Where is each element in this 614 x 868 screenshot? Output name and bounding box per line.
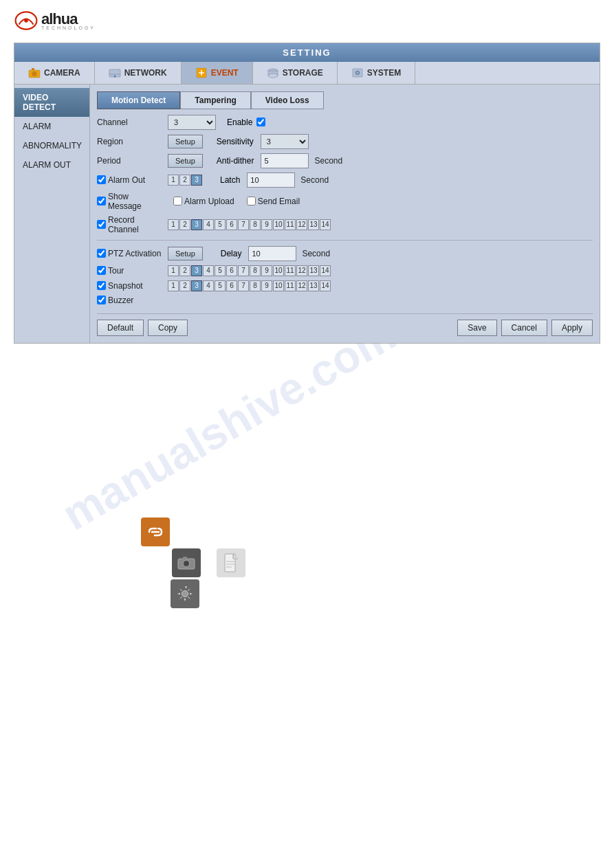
apply-button[interactable]: Apply bbox=[551, 320, 593, 336]
rc-num-9[interactable]: 9 bbox=[261, 219, 272, 230]
rc-num-2[interactable]: 2 bbox=[179, 219, 190, 230]
rc-num-4[interactable]: 4 bbox=[203, 219, 214, 230]
snap-num-7[interactable]: 7 bbox=[238, 280, 249, 291]
svg-point-1 bbox=[24, 19, 28, 23]
tour-num-12[interactable]: 12 bbox=[296, 265, 307, 276]
period-setup-button[interactable]: Setup bbox=[168, 154, 203, 168]
send-email-label[interactable]: Send Email bbox=[247, 197, 300, 206]
default-button[interactable]: Default bbox=[97, 320, 144, 336]
rc-num-1[interactable]: 1 bbox=[168, 219, 179, 230]
show-message-checkbox[interactable] bbox=[97, 197, 106, 205]
alarm-out-checkbox[interactable] bbox=[97, 175, 106, 184]
anti-dither-input[interactable] bbox=[261, 153, 309, 168]
snap-num-4[interactable]: 4 bbox=[203, 280, 214, 291]
tour-num-4[interactable]: 4 bbox=[203, 265, 214, 276]
tour-num-8[interactable]: 8 bbox=[250, 265, 261, 276]
snap-num-12[interactable]: 12 bbox=[296, 280, 307, 291]
cancel-button[interactable]: Cancel bbox=[501, 320, 547, 336]
rc-num-5[interactable]: 5 bbox=[215, 219, 226, 230]
rc-num-14[interactable]: 14 bbox=[320, 219, 331, 230]
snapshot-checkbox[interactable] bbox=[97, 281, 106, 290]
svg-point-13 bbox=[268, 74, 278, 78]
rc-num-8[interactable]: 8 bbox=[250, 219, 261, 230]
nav-item-network[interactable]: NETWORK bbox=[95, 62, 182, 84]
alarm-out-num-2[interactable]: 2 bbox=[179, 175, 190, 186]
snap-num-14[interactable]: 14 bbox=[320, 280, 331, 291]
sensitivity-select[interactable]: 3 bbox=[261, 134, 309, 149]
snap-num-11[interactable]: 11 bbox=[285, 280, 296, 291]
rc-num-7[interactable]: 7 bbox=[238, 219, 249, 230]
record-channel-checkbox[interactable] bbox=[97, 220, 106, 229]
latch-input[interactable] bbox=[247, 173, 295, 188]
svg-point-7 bbox=[113, 75, 116, 77]
alarm-out-num-1[interactable]: 1 bbox=[168, 175, 179, 186]
tour-num-1[interactable]: 1 bbox=[168, 265, 179, 276]
rc-num-10[interactable]: 10 bbox=[273, 219, 284, 230]
system-nav-icon bbox=[351, 67, 364, 78]
sidebar-item-video-detect[interactable]: VIDEO DETECT bbox=[14, 88, 89, 117]
period-row: Period Setup Anti-dither Second bbox=[97, 153, 593, 168]
delay-second: Second bbox=[302, 249, 330, 258]
ptz-activation-label[interactable]: PTZ Activation bbox=[97, 249, 162, 258]
tour-num-2[interactable]: 2 bbox=[179, 265, 190, 276]
copy-button[interactable]: Copy bbox=[148, 320, 188, 336]
record-channel-row: Record Channel 1 2 3 4 5 6 7 8 9 10 11 bbox=[97, 215, 593, 234]
tour-num-3[interactable]: 3 bbox=[191, 265, 202, 276]
snap-num-6[interactable]: 6 bbox=[226, 280, 237, 291]
tour-num-14[interactable]: 14 bbox=[320, 265, 331, 276]
nav-item-event[interactable]: EVENT bbox=[182, 62, 253, 84]
snapshot-label[interactable]: Snapshot bbox=[97, 281, 162, 291]
snap-num-1[interactable]: 1 bbox=[168, 280, 179, 291]
alarm-upload-checkbox[interactable] bbox=[173, 197, 182, 205]
gear-icon bbox=[176, 585, 194, 603]
rc-num-11[interactable]: 11 bbox=[285, 219, 296, 230]
svg-rect-21 bbox=[183, 557, 187, 559]
region-setup-button[interactable]: Setup bbox=[168, 135, 203, 148]
nav-item-storage[interactable]: STORAGE bbox=[253, 62, 338, 84]
tab-tampering[interactable]: Tampering bbox=[180, 91, 250, 109]
sidebar-item-alarm[interactable]: ALARM bbox=[14, 117, 89, 136]
snap-num-8[interactable]: 8 bbox=[250, 280, 261, 291]
snap-num-3[interactable]: 3 bbox=[191, 280, 202, 291]
tour-num-13[interactable]: 13 bbox=[308, 265, 319, 276]
snap-num-13[interactable]: 13 bbox=[308, 280, 319, 291]
rc-num-13[interactable]: 13 bbox=[308, 219, 319, 230]
enable-checkbox[interactable] bbox=[256, 118, 265, 126]
snap-num-2[interactable]: 2 bbox=[179, 280, 190, 291]
record-channel-label[interactable]: Record Channel bbox=[97, 215, 162, 234]
buzzer-label[interactable]: Buzzer bbox=[97, 296, 133, 305]
tab-video-loss[interactable]: Video Loss bbox=[251, 91, 324, 109]
buzzer-checkbox[interactable] bbox=[97, 296, 106, 304]
tour-num-7[interactable]: 7 bbox=[238, 265, 249, 276]
tour-num-11[interactable]: 11 bbox=[285, 265, 296, 276]
rc-num-6[interactable]: 6 bbox=[226, 219, 237, 230]
alarm-out-num-3[interactable]: 3 bbox=[191, 175, 202, 186]
tour-num-5[interactable]: 5 bbox=[215, 265, 226, 276]
snap-num-9[interactable]: 9 bbox=[261, 280, 272, 291]
alarm-out-label[interactable]: Alarm Out bbox=[97, 175, 162, 185]
sidebar-item-abnormality[interactable]: ABNORMALITY bbox=[14, 136, 89, 155]
tour-num-10[interactable]: 10 bbox=[273, 265, 284, 276]
snap-num-5[interactable]: 5 bbox=[215, 280, 226, 291]
rc-num-3[interactable]: 3 bbox=[191, 219, 202, 230]
sidebar-item-alarm-out[interactable]: ALARM OUT bbox=[14, 155, 89, 175]
alarm-upload-label[interactable]: Alarm Upload bbox=[173, 197, 234, 206]
tab-motion-detect[interactable]: Motion Detect bbox=[97, 91, 180, 109]
ptz-activation-checkbox[interactable] bbox=[97, 249, 106, 258]
send-email-checkbox[interactable] bbox=[247, 197, 256, 205]
nav-item-camera[interactable]: CAMERA bbox=[14, 62, 95, 84]
tour-num-6[interactable]: 6 bbox=[226, 265, 237, 276]
ptz-setup-button[interactable]: Setup bbox=[168, 247, 203, 260]
show-message-label[interactable]: Show Message bbox=[97, 192, 162, 211]
nav-item-system[interactable]: SYSTEM bbox=[338, 62, 415, 84]
rc-num-12[interactable]: 12 bbox=[296, 219, 307, 230]
sidebar: VIDEO DETECT ALARM ABNORMALITY ALARM OUT bbox=[14, 85, 90, 343]
tour-label[interactable]: Tour bbox=[97, 266, 162, 276]
tour-num-9[interactable]: 9 bbox=[261, 265, 272, 276]
snap-num-10[interactable]: 10 bbox=[273, 280, 284, 291]
save-button[interactable]: Save bbox=[457, 320, 496, 336]
tour-checkbox[interactable] bbox=[97, 266, 106, 275]
channel-select[interactable]: 3 bbox=[168, 115, 216, 130]
delay-input[interactable] bbox=[248, 246, 296, 261]
sidebar-label-alarm-out: ALARM OUT bbox=[23, 160, 71, 170]
